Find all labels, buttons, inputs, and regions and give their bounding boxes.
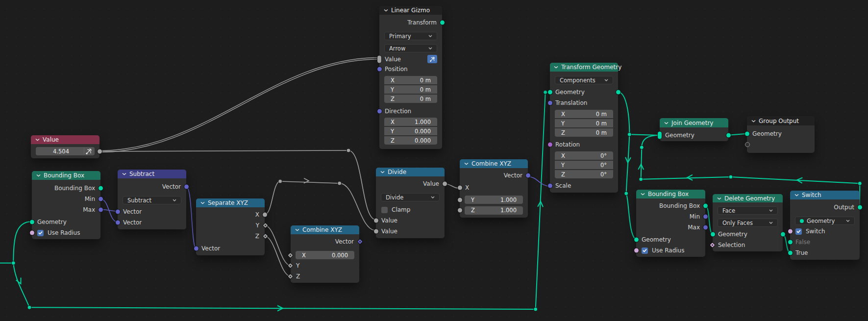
socket-output-out[interactable] xyxy=(858,205,862,210)
collapse-chevron-icon[interactable] xyxy=(384,9,388,12)
socket-false-in[interactable] xyxy=(788,240,793,245)
delete-mode-dropdown[interactable]: Only Faces xyxy=(718,219,778,227)
use-radius-checkbox[interactable] xyxy=(37,230,44,236)
divide-operation-dropdown[interactable]: Divide xyxy=(381,193,440,201)
socket-geometry-in-multi[interactable] xyxy=(658,132,662,139)
socket-geometry-in[interactable] xyxy=(745,132,749,136)
node-transform-geometry[interactable]: Transform Geometry Components Geometry T… xyxy=(550,63,618,193)
node-subtract-header[interactable]: Subtract xyxy=(118,170,186,178)
collapse-chevron-icon[interactable] xyxy=(35,138,40,141)
socket-vector-in-1[interactable] xyxy=(116,210,120,214)
socket-switch-in[interactable] xyxy=(788,229,793,234)
node-group-output-header[interactable]: Group Output xyxy=(747,116,815,125)
node-join-geometry[interactable]: Join Geometry Geometry xyxy=(660,118,728,141)
node-join-geometry-header[interactable]: Join Geometry xyxy=(660,118,728,127)
socket-value-in-2[interactable] xyxy=(374,229,378,234)
translation-y-field[interactable]: Y0 m xyxy=(555,119,613,127)
rotation-y-field[interactable]: Y0° xyxy=(555,161,613,169)
node-value-header[interactable]: Value xyxy=(31,135,99,144)
node-divide[interactable]: Divide Value Divide Clamp Value Value xyxy=(376,168,445,238)
node-bounding-box-right[interactable]: Bounding Box Bounding Box Min Max Geomet… xyxy=(636,190,705,257)
collapse-chevron-icon[interactable] xyxy=(200,201,205,204)
collapse-chevron-icon[interactable] xyxy=(295,228,299,231)
position-z-field[interactable]: Z0 m xyxy=(384,95,437,103)
value-slider[interactable]: 4.504 xyxy=(36,147,95,155)
socket-translation-in[interactable] xyxy=(548,101,552,105)
direction-x-field[interactable]: X1.000 xyxy=(384,118,437,126)
translation-z-field[interactable]: Z0 m xyxy=(555,128,613,137)
collapse-chevron-icon[interactable] xyxy=(122,173,126,175)
socket-vector-in[interactable] xyxy=(194,247,198,251)
socket-geometry-out[interactable] xyxy=(781,232,785,237)
translation-x-field[interactable]: X0 m xyxy=(555,110,613,118)
socket-z-in[interactable] xyxy=(458,208,462,213)
x-value-field[interactable]: X0.000 xyxy=(296,251,354,259)
collapse-chevron-icon[interactable] xyxy=(380,171,385,173)
node-value[interactable]: Value 4.504 xyxy=(31,135,99,158)
socket-value-output[interactable] xyxy=(98,149,102,153)
socket-x-in[interactable] xyxy=(458,186,462,190)
collapse-chevron-icon[interactable] xyxy=(464,162,469,165)
socket-geometry-in[interactable] xyxy=(711,232,715,237)
socket-min-out[interactable] xyxy=(99,197,103,201)
gizmo-shape-dropdown[interactable]: Arrow xyxy=(384,44,437,52)
socket-geometry-out[interactable] xyxy=(616,90,620,95)
node-switch-header[interactable]: Switch xyxy=(790,191,860,199)
node-combine-xyz-b-header[interactable]: Combine XYZ xyxy=(460,159,528,168)
use-radius-checkbox[interactable] xyxy=(642,247,648,254)
position-x-field[interactable]: X0 m xyxy=(384,76,437,84)
socket-value-in[interactable] xyxy=(377,55,381,63)
socket-position-in[interactable] xyxy=(377,67,382,72)
z-value-field[interactable]: Z1.000 xyxy=(465,206,523,215)
delete-domain-dropdown[interactable]: Face xyxy=(718,206,778,215)
socket-geometry-in[interactable] xyxy=(548,90,552,95)
node-group-output[interactable]: Group Output Geometry xyxy=(747,116,815,153)
direction-y-field[interactable]: Y0.000 xyxy=(384,127,437,135)
position-y-field[interactable]: Y0 m xyxy=(384,85,437,94)
socket-virtual-in[interactable] xyxy=(745,142,750,147)
socket-use-radius-in[interactable] xyxy=(634,248,639,253)
socket-vector-in-2[interactable] xyxy=(116,221,120,225)
node-divide-header[interactable]: Divide xyxy=(376,168,445,176)
node-separate-xyz-header[interactable]: Separate XYZ xyxy=(196,198,265,207)
socket-direction-in[interactable] xyxy=(377,109,382,114)
socket-bounding-box-out[interactable] xyxy=(703,204,708,208)
rotation-x-field[interactable]: X0° xyxy=(555,151,613,160)
node-subtract[interactable]: Subtract Vector Subtract Vector Vector xyxy=(118,170,186,229)
socket-min-out[interactable] xyxy=(703,215,708,219)
y-value-field[interactable]: Y1.000 xyxy=(465,196,523,204)
collapse-chevron-icon[interactable] xyxy=(794,194,799,197)
socket-y-in[interactable] xyxy=(458,198,462,202)
node-combine-xyz-a[interactable]: Combine XYZ Vector X0.000 Y Z xyxy=(291,225,359,283)
socket-use-radius-in[interactable] xyxy=(30,231,34,235)
node-switch[interactable]: Switch Output Geometry Switch False True xyxy=(790,191,860,260)
node-transform-geometry-header[interactable]: Transform Geometry xyxy=(550,63,618,72)
socket-vector-out[interactable] xyxy=(184,185,189,189)
switch-type-dropdown[interactable]: Geometry xyxy=(795,217,855,225)
collapse-chevron-icon[interactable] xyxy=(554,66,558,69)
socket-transform-out[interactable] xyxy=(440,21,445,25)
node-delete-geometry-header[interactable]: Delete Geometry xyxy=(713,194,783,202)
subtract-operation-dropdown[interactable]: Subtract xyxy=(123,196,181,204)
socket-rotation-in[interactable] xyxy=(548,143,552,147)
socket-true-in[interactable] xyxy=(788,251,793,255)
socket-geometry-in[interactable] xyxy=(634,238,639,242)
clamp-checkbox[interactable] xyxy=(381,207,388,213)
socket-scale-in[interactable] xyxy=(548,184,552,188)
socket-max-out[interactable] xyxy=(703,225,708,230)
collapse-chevron-icon[interactable] xyxy=(751,120,756,123)
gizmo-value-button[interactable] xyxy=(427,55,437,63)
socket-value-out[interactable] xyxy=(443,182,447,186)
collapse-chevron-icon[interactable] xyxy=(664,122,669,124)
socket-x-out[interactable] xyxy=(263,213,267,217)
rotation-z-field[interactable]: Z0° xyxy=(555,170,613,178)
collapse-chevron-icon[interactable] xyxy=(641,193,645,196)
node-combine-xyz-a-header[interactable]: Combine XYZ xyxy=(291,225,359,234)
collapse-chevron-icon[interactable] xyxy=(36,174,41,177)
socket-geometry-in[interactable] xyxy=(30,220,34,224)
socket-bounding-box-out[interactable] xyxy=(99,186,103,191)
gizmo-mode-dropdown[interactable]: Primary xyxy=(384,32,437,40)
socket-value-in-1[interactable] xyxy=(374,219,378,223)
node-bounding-box-left-header[interactable]: Bounding Box xyxy=(32,171,100,180)
socket-geometry-out[interactable] xyxy=(726,133,731,138)
